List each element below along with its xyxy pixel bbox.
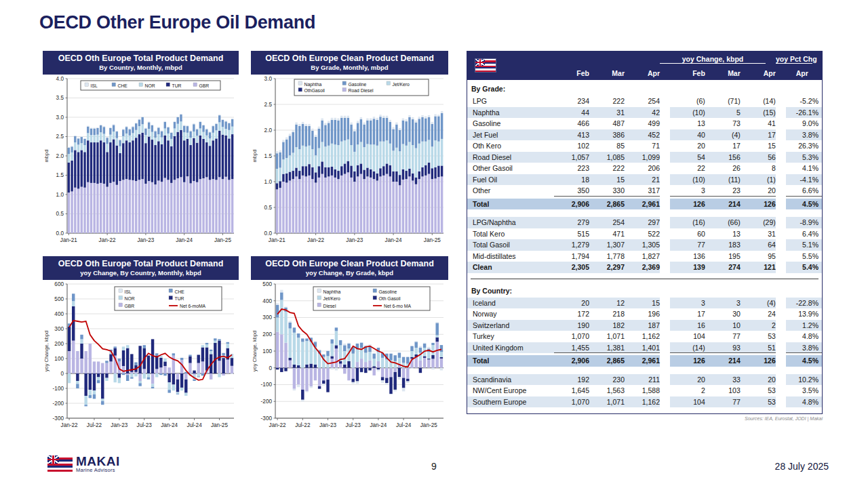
svg-text:500: 500 [54,296,64,302]
svg-text:Naphtha: Naphtha [304,82,322,87]
svg-text:400: 400 [54,311,64,317]
svg-text:Gasoline: Gasoline [379,289,397,294]
svg-text:1.5: 1.5 [56,172,64,178]
table-divider [471,279,818,279]
svg-text:Jul-22: Jul-22 [87,422,102,428]
chart-svg: -300-200-1000100200300400500Jan-22Jul-22… [251,280,448,430]
svg-text:0.5: 0.5 [56,211,64,217]
col-pct-month: Apr [786,69,822,77]
svg-text:Jan-24: Jan-24 [176,237,193,243]
svg-text:0.0: 0.0 [56,230,64,237]
table-row: Other350330317323206.6% [467,185,822,197]
svg-text:Jan-22: Jan-22 [61,422,78,428]
chart-subtitle: yoy Change, By Country, Monthly, kbpd [44,269,237,277]
svg-text:-100: -100 [53,386,64,392]
chart-panel-clean-yoy: OECD Oth Europe Clean Product Demand yoy… [251,256,448,433]
table-spacer [467,209,822,217]
table-row: Mid-distillates1,7941,7781,827136195955.… [467,251,822,262]
svg-text:Jet/Kero: Jet/Kero [323,296,341,301]
table-row: Total Kero5154715226013316.4% [467,228,822,240]
svg-text:Jan-24: Jan-24 [161,422,178,428]
svg-text:0: 0 [60,371,64,377]
logo-subtitle: Marine Advisors [76,467,120,473]
bars-layer [68,114,234,233]
col-month: Apr [625,69,660,77]
table-row: Naphtha443142(10)5(15)-26.1% [467,107,822,119]
table-row: Fuel Oil181521(10)(11)(1)-4.1% [467,174,822,186]
chart-panel-clean-by-grade: OECD Oth Europe Clean Product Demand By … [251,51,448,248]
table-row: Oth Kero102857120171526.3% [467,140,822,152]
table-row: Norway17221819617302413.9% [467,308,822,320]
svg-text:1.0: 1.0 [56,192,64,198]
table-row: Road Diesel1,0571,0851,09954156565.3% [467,152,822,163]
demand-table: yoy Change, kbpd yoy Pct Chg Feb Mar Apr… [467,51,823,414]
svg-text:-200: -200 [53,401,64,407]
x-axis: Jan-21Jan-22Jan-23Jan-24Jan-25 [269,233,441,243]
chart-header: OECD Oth Europe Total Product Demand yoy… [43,256,239,280]
svg-text:TUR: TUR [172,83,182,88]
svg-text:Jul-22: Jul-22 [295,422,311,428]
svg-text:0.5: 0.5 [264,205,273,211]
svg-text:Jul-23: Jul-23 [137,422,153,428]
svg-text:CHE: CHE [118,83,128,88]
chart-svg: 0.00.51.01.52.02.53.0Jan-21Jan-22Jan-23J… [251,75,448,245]
svg-text:Net 6-mo MA: Net 6-mo MA [384,304,412,308]
svg-text:yoy Change, kbpd: yoy Change, kbpd [252,331,258,371]
svg-text:NOR: NOR [145,83,155,88]
svg-text:Jan-23: Jan-23 [111,422,127,428]
table-spacer [467,367,822,374]
svg-text:mbpd: mbpd [252,150,258,163]
col-month: Feb [554,69,589,77]
svg-text:NOR: NOR [125,296,135,301]
page-title: OECD Other Europe Oil Demand [39,12,315,33]
legend: ISLCHENORTURGBRNet 6-moMA [115,287,222,310]
yoy-change-header: yoy Change, kbpd [660,55,766,64]
svg-text:-300: -300 [53,415,64,422]
hawaii-flag-icon [47,455,73,472]
table-row: Scandinavia19223021120332010.2% [467,374,822,386]
legend: NaphthaGasolineJet/KeroOthGasoilRoad Die… [294,79,429,96]
page-number: 9 [420,461,448,472]
col-yoy-month: Apr [741,69,776,77]
svg-text:600: 600 [54,281,64,287]
svg-text:Net 6-moMA: Net 6-moMA [180,304,206,308]
svg-text:Naphtha: Naphtha [323,289,341,295]
svg-text:Jet/Kero: Jet/Kero [393,82,410,87]
svg-text:0.0: 0.0 [264,230,273,237]
table-row: LPG/Naphtha279254297(16)(66)(29)-8.9% [467,217,822,228]
report-page: OECD Other Europe Oil Demand OECD Oth Eu… [0,0,868,488]
svg-text:GBR: GBR [199,83,210,88]
bars-layer [276,111,443,233]
svg-text:Gasoline: Gasoline [349,82,367,87]
svg-text:Jan-23: Jan-23 [319,422,336,428]
svg-text:Jan-21: Jan-21 [269,237,285,243]
table-row: Turkey1,0701,0711,16210477534.8% [467,331,822,342]
svg-text:100: 100 [262,348,272,354]
svg-text:2.5: 2.5 [56,134,64,140]
svg-text:200: 200 [262,331,272,338]
svg-text:3.0: 3.0 [264,76,273,82]
table-header: yoy Change, kbpd yoy Pct Chg Feb Mar Apr… [467,52,822,80]
svg-text:500: 500 [262,281,272,287]
svg-text:Jan-24: Jan-24 [370,422,387,428]
svg-text:Jul-24: Jul-24 [396,422,412,428]
chart-panel-total-yoy: OECD Oth Europe Total Product Demand yoy… [43,256,239,433]
table-total-row: Total2,9062,8652,9611262141264.5% [467,199,822,210]
table-row: Gasoline4664874991373419.0% [467,118,822,129]
table-total-row: Total2,9062,8652,9611262141264.5% [467,355,822,367]
svg-text:Jan-25: Jan-25 [424,237,441,243]
col-month: Mar [589,69,625,77]
svg-text:300: 300 [262,314,272,321]
svg-text:-100: -100 [261,382,273,388]
svg-text:200: 200 [54,341,64,347]
chart-panel-total-by-country: OECD Oth Europe Total Product Demand By … [43,51,239,248]
svg-text:400: 400 [262,298,272,304]
svg-text:100: 100 [54,356,64,362]
table-row: Other Gasoil223222206222684.1% [467,163,822,174]
svg-text:mbpd: mbpd [43,150,50,163]
svg-text:Jan-23: Jan-23 [137,237,154,243]
chart-subtitle: yoy Change, By Grade, kbpd [252,269,447,277]
svg-text:1.5: 1.5 [264,153,273,159]
svg-text:yoy Change, kbpd: yoy Change, kbpd [43,331,50,371]
svg-text:Jan-22: Jan-22 [307,237,324,243]
